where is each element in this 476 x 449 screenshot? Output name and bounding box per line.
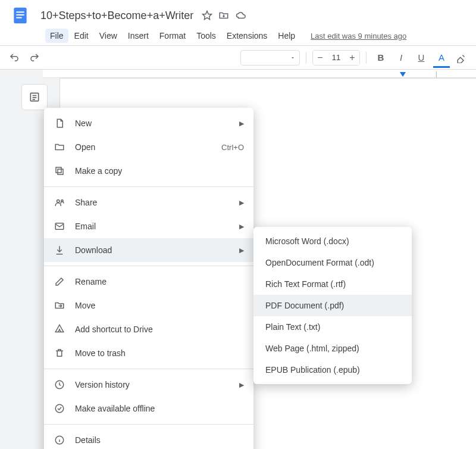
menu-download[interactable]: Download ▶ [44, 238, 253, 262]
italic-button[interactable]: I [393, 49, 409, 66]
last-edit-link[interactable]: Last edit was 9 minutes ago [311, 32, 406, 40]
menu-label: Rename [75, 277, 244, 286]
menu-label: Microsoft Word (.docx) [265, 236, 400, 246]
app-header: 10+Steps+to+Become+a+Writer File Edit Vi… [0, 0, 476, 46]
menu-label: Move [75, 301, 244, 310]
menu-insert[interactable]: Insert [123, 29, 154, 43]
svg-point-15 [55, 404, 64, 413]
move-to-folder-icon[interactable] [218, 10, 229, 21]
menu-label: Details [75, 435, 244, 445]
menu-label: New [75, 119, 230, 128]
menu-label: Version history [75, 380, 230, 389]
menu-label: Web Page (.html, zipped) [265, 344, 400, 353]
underline-button[interactable]: U [413, 49, 430, 66]
svg-rect-3 [16, 17, 21, 18]
submenu-arrow-icon: ▶ [239, 381, 244, 389]
menu-extensions[interactable]: Extensions [222, 29, 272, 43]
submenu-arrow-icon: ▶ [239, 120, 244, 127]
font-size-increase-button[interactable]: + [345, 51, 359, 65]
menu-file[interactable]: File [45, 29, 68, 43]
svg-rect-1 [16, 11, 24, 13]
toolbar: − 11 + B I U A [0, 46, 476, 70]
download-txt[interactable]: Plain Text (.txt) [253, 316, 412, 338]
download-epub[interactable]: EPUB Publication (.epub) [253, 359, 412, 381]
menu-label: Add shortcut to Drive [75, 325, 244, 334]
offline-icon [54, 403, 65, 414]
menu-email[interactable]: Email ▶ [44, 214, 253, 238]
redo-button[interactable] [26, 49, 43, 66]
svg-point-12 [61, 200, 63, 202]
svg-rect-9 [58, 169, 63, 174]
menu-edit[interactable]: Edit [70, 29, 93, 43]
horizontal-ruler[interactable]: | 7 [43, 70, 476, 78]
email-icon [54, 220, 65, 232]
svg-marker-4 [203, 11, 212, 20]
menu-label: OpenDocument Format (.odt) [265, 258, 400, 267]
file-dropdown: New ▶ Open Ctrl+O Make a copy Share ▶ Em… [44, 108, 253, 449]
menu-add-shortcut[interactable]: Add shortcut to Drive [44, 317, 253, 341]
move-icon [54, 300, 65, 311]
shortcut-label: Ctrl+O [221, 143, 244, 152]
download-odt[interactable]: OpenDocument Format (.odt) [253, 252, 412, 273]
download-rtf[interactable]: Rich Text Format (.rtf) [253, 273, 412, 295]
font-select[interactable] [240, 50, 300, 66]
toolbar-separator [366, 52, 367, 64]
download-pdf[interactable]: PDF Document (.pdf) [253, 295, 412, 316]
download-submenu: Microsoft Word (.docx) OpenDocument Form… [253, 227, 412, 384]
star-icon[interactable] [202, 10, 212, 21]
new-doc-icon [54, 117, 65, 129]
history-icon [54, 379, 65, 391]
text-color-button[interactable]: A [433, 49, 450, 66]
menu-label: Plain Text (.txt) [265, 322, 400, 332]
menu-label: Make available offline [75, 404, 244, 413]
share-icon [54, 197, 65, 208]
menu-label: EPUB Publication (.epub) [265, 365, 400, 375]
menu-tools[interactable]: Tools [192, 29, 221, 43]
svg-rect-10 [56, 167, 61, 173]
bold-button[interactable]: B [372, 49, 389, 66]
download-html[interactable]: Web Page (.html, zipped) [253, 338, 412, 359]
font-size-decrease-button[interactable]: − [313, 51, 327, 65]
copy-icon [54, 165, 65, 177]
menu-version-history[interactable]: Version history ▶ [44, 373, 253, 397]
menu-view[interactable]: View [95, 29, 122, 43]
menu-trash[interactable]: Move to trash [44, 341, 253, 365]
info-icon [54, 434, 65, 446]
menu-separator [44, 369, 253, 369]
menu-new[interactable]: New ▶ [44, 111, 253, 135]
menu-label: Download [75, 245, 230, 255]
document-title[interactable]: 10+Steps+to+Become+a+Writer [38, 8, 196, 23]
menu-offline[interactable]: Make available offline [44, 397, 253, 420]
title-icons [202, 10, 247, 21]
title-row: 10+Steps+to+Become+a+Writer [6, 4, 470, 27]
undo-button[interactable] [6, 49, 23, 66]
menu-make-copy[interactable]: Make a copy [44, 159, 253, 183]
menu-label: Rich Text Format (.rtf) [265, 279, 400, 289]
menu-details[interactable]: Details [44, 428, 253, 449]
highlight-button[interactable] [453, 49, 470, 66]
menu-share[interactable]: Share ▶ [44, 191, 253, 214]
font-size-control: − 11 + [312, 50, 360, 66]
docs-logo-icon[interactable] [8, 4, 32, 27]
outline-toggle-button[interactable] [21, 84, 48, 110]
rename-icon [54, 276, 65, 288]
menu-move[interactable]: Move [44, 294, 253, 317]
menu-label: Open [75, 142, 212, 152]
menu-label: Make a copy [75, 166, 244, 176]
menu-separator [44, 266, 253, 266]
download-docx[interactable]: Microsoft Word (.docx) [253, 230, 412, 252]
drive-shortcut-icon [54, 323, 65, 335]
font-size-value[interactable]: 11 [327, 53, 345, 62]
submenu-arrow-icon: ▶ [239, 247, 244, 254]
menu-label: Move to trash [75, 348, 244, 358]
menu-help[interactable]: Help [273, 29, 300, 43]
menu-rename[interactable]: Rename [44, 270, 253, 294]
cloud-status-icon[interactable] [235, 10, 247, 21]
menu-separator [44, 424, 253, 425]
menu-open[interactable]: Open Ctrl+O [44, 135, 253, 159]
trash-icon [54, 347, 65, 359]
folder-icon [54, 141, 65, 153]
menu-format[interactable]: Format [155, 29, 190, 43]
menu-label: Share [75, 198, 230, 207]
download-icon [54, 244, 65, 256]
